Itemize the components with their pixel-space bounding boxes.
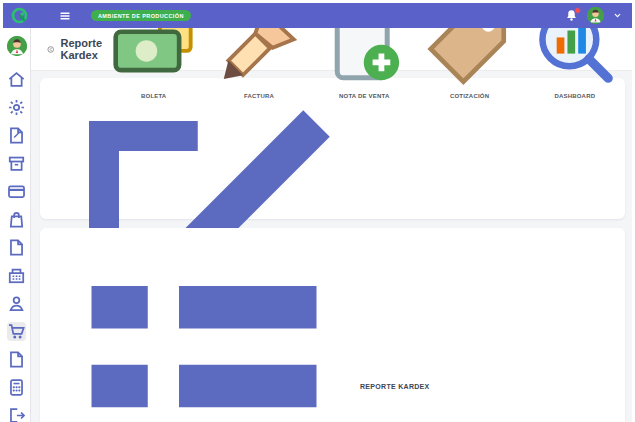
sidebar-item-cart[interactable]	[7, 322, 26, 341]
user-avatar[interactable]	[587, 7, 604, 24]
top-navbar: AMBIENTE DE PRODUCCIÓN	[3, 3, 632, 28]
kardex-table-card: REPORTE KARDEX Filter: Show: 10 EXCEL	[40, 228, 625, 422]
sidebar-item-user[interactable]	[7, 294, 26, 313]
notification-bell-icon[interactable]	[565, 9, 578, 22]
kardex-form-card: REPORTE KARDEX / KARDEX INDIVIDUAL Produ…	[40, 78, 625, 219]
toolbar-label: FACTURA	[244, 93, 274, 99]
toolbar-label: COTIZACIÓN	[450, 93, 489, 99]
sidebar-item-logout[interactable]	[7, 406, 26, 422]
topbar-actions	[565, 7, 622, 24]
back-circle-icon[interactable]	[47, 43, 54, 56]
toolbar-label: DASHBOARD	[554, 93, 595, 99]
page-title: Reporte Kardex	[60, 37, 107, 61]
notification-dot	[574, 7, 581, 14]
sidebar-item-report[interactable]	[7, 350, 26, 369]
app-window: AMBIENTE DE PRODUCCIÓN Reporte Karde	[3, 3, 632, 422]
brand-logo-icon[interactable]	[10, 6, 29, 25]
sidebar-item-file-edit[interactable]	[7, 126, 26, 145]
page-header: Reporte Kardex BOLETA FACTURA NOTA DE VE…	[30, 28, 632, 71]
sidebar-item-calculator[interactable]	[7, 378, 26, 397]
sidebar-item-bag[interactable]	[7, 210, 26, 229]
sidebar-item-home[interactable]	[7, 70, 26, 89]
sidebar	[3, 28, 31, 422]
sidebar-item-card[interactable]	[7, 182, 26, 201]
toolbar-label: NOTA DE VENTA	[339, 93, 390, 99]
hamburger-menu-icon[interactable]	[58, 9, 72, 23]
toolbar-label: BOLETA	[141, 93, 166, 99]
list-icon	[54, 236, 354, 422]
chevron-down-icon[interactable]	[613, 11, 622, 20]
sidebar-item-archive[interactable]	[7, 154, 26, 173]
sidebar-item-file[interactable]	[7, 238, 26, 257]
table-card-title: REPORTE KARDEX	[360, 383, 430, 390]
main-content: REPORTE KARDEX / KARDEX INDIVIDUAL Produ…	[30, 70, 632, 422]
sidebar-item-settings[interactable]	[7, 98, 26, 117]
environment-badge: AMBIENTE DE PRODUCCIÓN	[91, 10, 191, 21]
sidebar-avatar[interactable]	[7, 36, 27, 56]
sidebar-item-register[interactable]	[7, 266, 26, 285]
